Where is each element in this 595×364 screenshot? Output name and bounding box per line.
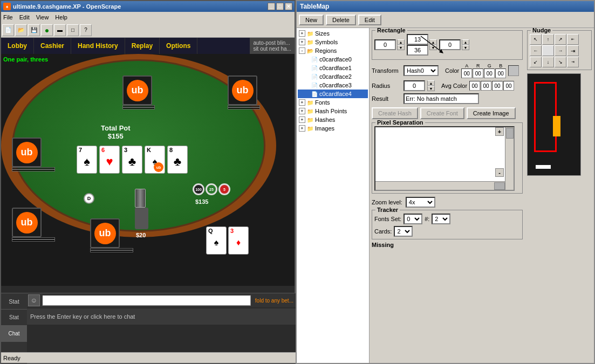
tree-sizes[interactable]: + 📁 Sizes xyxy=(298,29,368,38)
toolbar-new[interactable]: 📄 xyxy=(2,24,14,36)
create-font-button[interactable]: Create Font xyxy=(420,107,464,119)
zoom-select[interactable]: 1x 2x 4x 8x xyxy=(406,197,435,208)
menu-help[interactable]: Help xyxy=(55,14,67,20)
tree-c0cardface1-label: c0cardface1 xyxy=(319,65,352,71)
toolbar-open[interactable]: 📂 xyxy=(15,24,27,36)
community-card-2: 3 ♣ xyxy=(122,146,142,174)
nav-lobby[interactable]: Lobby xyxy=(1,38,34,54)
nav-replay[interactable]: Replay xyxy=(125,38,160,54)
toolbar-circle[interactable]: ● xyxy=(41,24,53,36)
avgcolor-a-input[interactable] xyxy=(469,81,480,91)
tree-expand-images[interactable]: + xyxy=(299,125,305,132)
avgcolor-b-input[interactable] xyxy=(503,81,514,91)
folder-icon-hashpoints: 📁 xyxy=(306,107,314,115)
close-button[interactable]: ✕ xyxy=(285,3,292,10)
tree-expand-hashes[interactable]: + xyxy=(299,116,305,123)
tree-expand-fonts[interactable]: + xyxy=(299,99,305,106)
chat-message[interactable]: Press the Enter key or click here to cha… xyxy=(27,308,297,325)
nudge-upright[interactable]: ↗ xyxy=(555,34,566,45)
tree-expand-sizes[interactable]: + xyxy=(299,30,305,37)
nudge-downright[interactable]: ↘ xyxy=(555,57,566,67)
tree-c0cardface3[interactable]: 📄 c0cardface3 xyxy=(298,81,368,90)
create-image-button[interactable]: Create Image xyxy=(467,107,516,119)
fonts-set-select[interactable]: 0 xyxy=(403,214,422,224)
tree-expand-symbols[interactable]: + xyxy=(299,39,305,45)
transform-select[interactable]: Hash0 Hash1 Hash2 xyxy=(403,65,439,76)
toolbar-minimize2[interactable]: ▬ xyxy=(54,24,66,36)
tree-c0cardface2[interactable]: 📄 c0cardface2 xyxy=(298,72,368,81)
nav-hand-history[interactable]: Hand History xyxy=(71,38,125,54)
tree-c0cardface1[interactable]: 📄 c0cardface1 xyxy=(298,64,368,72)
rect-y-up[interactable]: ▲ xyxy=(462,39,469,45)
color-g-input[interactable] xyxy=(484,68,495,78)
color-a-input[interactable] xyxy=(461,68,472,78)
zoom-row: Zoom level: 1x 2x 4x 8x xyxy=(372,197,523,208)
tree-hashpoints[interactable]: + 📁 Hash Points xyxy=(298,107,368,115)
radius-up[interactable]: ▲ xyxy=(427,80,435,86)
pixel-sep-plus[interactable]: + xyxy=(495,127,504,136)
tree-c0cardface4[interactable]: 📄 c0cardface4 xyxy=(298,90,368,98)
tree-expand-regions[interactable]: - xyxy=(299,47,305,54)
color-picker-button[interactable] xyxy=(508,65,519,76)
nudge-left[interactable]: ← xyxy=(530,45,542,56)
rect-x-down[interactable]: ▼ xyxy=(397,45,405,50)
avgcolor-g-input[interactable] xyxy=(492,81,503,91)
radius-down[interactable]: ▼ xyxy=(427,86,435,91)
create-hash-button[interactable]: Create Hash xyxy=(372,107,418,119)
nav-cashier[interactable]: Cashier xyxy=(34,38,71,54)
nudge-right[interactable]: → xyxy=(555,45,566,56)
rect-y-down[interactable]: ▼ xyxy=(462,45,469,50)
maximize-button[interactable]: □ xyxy=(276,3,284,10)
menu-edit[interactable]: Edit xyxy=(19,14,30,20)
menu-view[interactable]: View xyxy=(36,14,49,20)
nudge-upleft[interactable]: ↖ xyxy=(530,34,542,45)
color-r-input[interactable] xyxy=(473,68,483,78)
player-avatar-top-right: ub xyxy=(228,75,257,105)
edit-button[interactable]: Edit xyxy=(358,15,381,25)
tab-stat[interactable]: Stat xyxy=(1,293,27,310)
rect-x-input[interactable] xyxy=(374,39,396,50)
nav-options[interactable]: Options xyxy=(160,38,197,54)
toolbar-save[interactable]: 💾 xyxy=(28,24,40,36)
tree-symbols[interactable]: + 📁 Symbols xyxy=(298,38,368,46)
new-button[interactable]: New xyxy=(299,15,324,25)
nudge-tophome[interactable]: ⇤ xyxy=(567,34,579,45)
nudge-center[interactable] xyxy=(542,45,554,56)
tree-regions[interactable]: - 📂 Regions xyxy=(298,46,368,55)
cards-select[interactable]: 2 xyxy=(394,226,413,237)
tab-chat-label: Chat xyxy=(8,331,19,336)
tab-info[interactable]: Stat xyxy=(1,310,27,326)
poker-toolbar: 📄 📂 💾 ● ▬ □ ? xyxy=(1,23,295,38)
pixel-sep-scrollbar-v[interactable] xyxy=(505,127,514,190)
pixel-sep-minus[interactable]: - xyxy=(495,168,504,177)
tree-hashes[interactable]: + 📁 Hashes xyxy=(298,115,368,124)
toolbar-restore[interactable]: □ xyxy=(67,24,79,36)
tree-c0cardface0[interactable]: 📄 c0cardface0 xyxy=(298,55,368,64)
nudge-up[interactable]: ↑ xyxy=(542,34,554,45)
tree-images-label: Images xyxy=(315,125,334,132)
tab-chat[interactable]: Chat xyxy=(1,326,27,342)
chat-input-field[interactable] xyxy=(42,295,251,306)
avgcolor-r-input[interactable] xyxy=(481,81,491,91)
result-input-field[interactable] xyxy=(403,93,479,104)
pixel-sep-scrollbar-h[interactable] xyxy=(375,181,505,190)
nudge-righthome[interactable]: ⇥ xyxy=(567,45,579,56)
nudge-downleft[interactable]: ↙ xyxy=(530,57,542,67)
color-b-input[interactable] xyxy=(495,68,506,78)
menu-file[interactable]: File xyxy=(3,14,13,20)
missing-label: Missing xyxy=(372,242,394,248)
tree-fonts[interactable]: + 📁 Fonts xyxy=(298,98,368,107)
delete-button[interactable]: Delete xyxy=(326,15,356,25)
nudge-down[interactable]: ↓ xyxy=(542,57,554,67)
player-chips-left xyxy=(12,169,55,171)
tree-expand-hashpoints[interactable]: + xyxy=(299,108,305,114)
minimize-button[interactable]: _ xyxy=(268,3,275,10)
pixel-sep-controls: + - xyxy=(495,127,504,177)
rect-x-up[interactable]: ▲ xyxy=(397,39,405,45)
hash-select[interactable]: 2 xyxy=(432,214,450,224)
pixel-separation-section: Pixel Separation + xyxy=(372,122,523,194)
radius-input[interactable] xyxy=(403,80,425,91)
toolbar-help[interactable]: ? xyxy=(80,24,92,36)
tree-images[interactable]: + 📁 Images xyxy=(298,124,368,133)
nudge-bottomhome[interactable]: ⇥ xyxy=(567,57,579,67)
